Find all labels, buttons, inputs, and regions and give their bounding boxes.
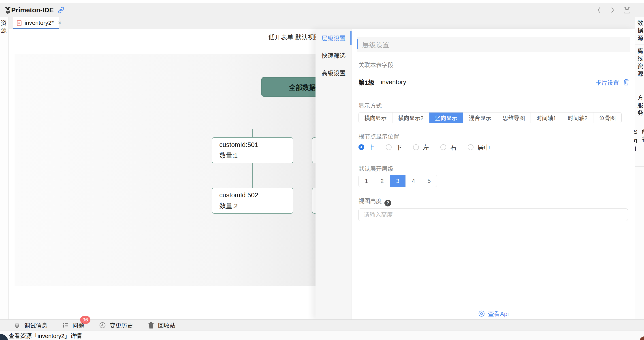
document-red-icon — [16, 20, 22, 26]
panel-header-title: 层级设置 — [362, 39, 389, 49]
tree-node-501[interactable]: customId:501 数量:1 — [212, 137, 293, 163]
display-mode-horizontal2[interactable]: 横向显示2 — [392, 112, 429, 123]
status-bar: 查看资源「inventory2」详情 — [0, 331, 644, 340]
save-icon[interactable] — [623, 6, 631, 14]
primeton-ide-window: Primeton-IDE 资源 — [0, 0, 644, 340]
display-mode-timeline2[interactable]: 时间轴2 — [562, 112, 593, 123]
menu-item-advanced-settings[interactable]: 高级设置 — [316, 64, 352, 81]
radio-dot-icon — [358, 144, 364, 150]
menu-item-level-settings[interactable]: 层级设置 — [316, 29, 352, 46]
root-position-right[interactable]: 右 — [440, 143, 456, 152]
field-section-label: 关联本表字段 — [358, 60, 394, 69]
expand-level-1[interactable]: 1 — [359, 175, 374, 187]
tree-root-label: 全部数据 — [289, 82, 316, 92]
expand-level-label: 默认展开层级 — [358, 164, 394, 172]
left-rail-resources[interactable]: 资源 — [1, 20, 8, 35]
radio-dot-icon — [386, 144, 392, 150]
view-api-label: 查看Api — [488, 309, 508, 318]
status-text: 查看资源「inventory2」详情 — [8, 331, 82, 340]
expand-level-group: 1 2 3 4 5 — [358, 175, 437, 187]
change-history-button[interactable]: 变更历史 — [99, 321, 133, 329]
rail-item-data-source[interactable]: 数据源 — [635, 17, 644, 45]
expand-level-2[interactable]: 2 — [374, 175, 390, 187]
right-rail: 数据源 离线资源 三方服务 命名Sql — [635, 17, 644, 331]
clock-icon — [99, 322, 106, 329]
primeton-logo-icon — [4, 6, 12, 14]
edge-root-down — [302, 97, 302, 129]
link-icon[interactable] — [57, 6, 65, 14]
root-position-left[interactable]: 左 — [413, 143, 429, 152]
radio-dot-icon — [440, 144, 446, 150]
display-mode-timeline1[interactable]: 时间轴1 — [530, 112, 562, 123]
tab-close-icon[interactable]: × — [58, 19, 61, 27]
problems-button[interactable]: 问题 96 — [62, 321, 84, 329]
divider — [635, 320, 635, 331]
tab-inventory2[interactable]: inventory2* × — [13, 17, 59, 29]
card-settings-link[interactable]: 卡片设置 — [596, 78, 619, 86]
display-mode-group: 横向显示 横向显示2 竖向显示 混合显示 思维导图 时间轴1 时间轴2 鱼骨图 — [358, 112, 622, 123]
edge-card1-card2 — [252, 163, 253, 188]
expand-level-3[interactable]: 3 — [390, 175, 406, 187]
panel-header-accent-bar — [357, 39, 358, 49]
list-icon — [62, 322, 69, 329]
question-circle-icon[interactable]: ? — [384, 200, 391, 206]
nav-back-icon[interactable] — [596, 7, 602, 13]
display-mode-horizontal[interactable]: 横向显示 — [359, 112, 392, 123]
debug-info-button[interactable]: 调试信息 — [14, 321, 48, 329]
node-501-id: customId:501 — [219, 141, 293, 149]
tab-strip: inventory2* × — [9, 17, 635, 29]
node-501-qty: 数量:1 — [219, 150, 293, 160]
rail-item-third-party-services[interactable]: 三方服务 — [635, 84, 644, 125]
expand-level-4[interactable]: 4 — [406, 175, 421, 187]
radio-dot-icon — [413, 144, 419, 150]
display-mode-vertical[interactable]: 竖向显示 — [429, 112, 463, 123]
root-position-center[interactable]: 居中 — [468, 143, 490, 152]
toolbar-low-code-form[interactable]: 低开表单 — [268, 29, 293, 45]
root-position-label: 根节点显示位置 — [358, 132, 399, 140]
divider — [357, 95, 630, 95]
eye-icon — [478, 310, 485, 317]
display-mode-label: 显示方式 — [358, 101, 382, 109]
radio-dot-icon — [468, 144, 474, 150]
tab-title: inventory2* — [24, 19, 54, 26]
rail-item-offline-resources[interactable]: 离线资源 — [635, 45, 644, 84]
view-api-link[interactable]: 查看Api — [352, 309, 635, 318]
level1-row: 第1级 inventory 卡片设置 — [358, 76, 630, 88]
drawer-menu: 层级设置 快速筛选 高级设置 — [316, 29, 352, 320]
view-height-input[interactable] — [358, 209, 628, 221]
display-mode-fishbone[interactable]: 鱼骨图 — [593, 112, 622, 123]
nav-forward-icon[interactable] — [610, 7, 615, 13]
drawer-panel: 层级设置 关联本表字段 第1级 inventory 卡片设置 显示方 — [352, 29, 635, 320]
expand-level-5[interactable]: 5 — [421, 175, 437, 187]
display-mode-mindmap[interactable]: 思维导图 — [497, 112, 530, 123]
root-position-bottom[interactable]: 下 — [386, 143, 402, 152]
active-menu-indicator — [350, 31, 352, 45]
tree-node-502[interactable]: customId:502 数量:2 — [212, 188, 293, 214]
bottom-toolbar: 调试信息 问题 96 变更历史 — [0, 320, 644, 331]
root-position-group: 上 下 左 右 居中 — [358, 143, 490, 152]
debug-bug-icon — [14, 322, 20, 329]
view-height-label: 视图高度? — [358, 196, 391, 206]
app-title: Primeton-IDE — [11, 6, 54, 14]
trash-filled-icon — [148, 322, 154, 329]
title-bar: Primeton-IDE — [0, 3, 644, 17]
active-tab-underline — [13, 28, 59, 29]
panel-header: 层级设置 — [357, 37, 630, 52]
problems-count-badge: 96 — [80, 316, 90, 324]
recycle-bin-button[interactable]: 回收站 — [148, 321, 176, 329]
left-rail: 资源 — [0, 17, 9, 320]
level1-prefix: 第1级 — [358, 78, 374, 87]
root-position-top[interactable]: 上 — [358, 143, 374, 152]
rail-item-named-sql[interactable]: 命名Sql — [635, 125, 644, 167]
level1-field-name: inventory — [381, 78, 406, 86]
settings-drawer: 层级设置 快速筛选 高级设置 层级设置 关联本表字段 第1级 inventory… — [316, 29, 635, 320]
menu-item-quick-filter[interactable]: 快速筛选 — [316, 46, 352, 64]
display-mode-mixed[interactable]: 混合显示 — [463, 112, 497, 123]
node-502-qty: 数量:2 — [219, 201, 293, 210]
edge-to-card1 — [252, 129, 253, 137]
delete-level-trash-icon[interactable] — [623, 78, 630, 86]
node-502-id: customId:502 — [219, 191, 293, 199]
